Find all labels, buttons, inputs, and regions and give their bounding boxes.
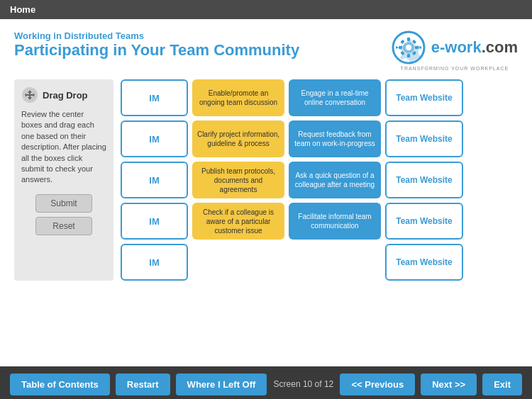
blue-box-3[interactable]: Ask a quick question of a colleague afte…	[289, 162, 381, 198]
toc-button[interactable]: Table of Contents	[10, 373, 110, 395]
subtitle: Working in Distributed Teams	[14, 30, 299, 41]
team-website-box-4[interactable]: Team Website	[385, 203, 463, 240]
drag-drop-icon	[21, 86, 38, 103]
svg-rect-5	[399, 46, 402, 49]
top-bar: Home	[0, 0, 532, 19]
svg-rect-3	[407, 38, 410, 41]
exit-button[interactable]: Exit	[482, 373, 522, 395]
gear-icon	[392, 30, 426, 64]
restart-button[interactable]: Restart	[116, 373, 170, 395]
drag-grid: IM IM IM IM IM Enable/promote an ongoing…	[121, 79, 518, 281]
home-label: Home	[10, 4, 35, 15]
svg-rect-6	[415, 46, 419, 49]
bottom-nav-bar: Table of Contents Restart Where I Left O…	[0, 366, 532, 399]
logo-tagline: Transforming Your Workplace	[401, 66, 509, 71]
logo-area: e-work.com Transforming Your Workplace	[392, 30, 518, 71]
reset-button[interactable]: Reset	[35, 217, 92, 235]
im-box-1[interactable]: IM	[121, 79, 188, 116]
im-box-4[interactable]: IM	[121, 203, 188, 240]
im-box-5[interactable]: IM	[121, 244, 188, 281]
blue-box-1[interactable]: Engage in a real-time online conversatio…	[289, 79, 381, 116]
svg-point-2	[406, 45, 411, 50]
main-content: Working in Distributed Teams Participati…	[0, 19, 532, 366]
drag-drop-header: Drag Drop	[21, 86, 106, 103]
team-website-box-2[interactable]: Team Website	[385, 120, 463, 157]
body-layout: Drag Drop Review the center boxes and dr…	[14, 79, 518, 281]
svg-rect-7	[400, 40, 404, 44]
team-website-box-1[interactable]: Team Website	[385, 79, 463, 116]
main-title: Participating in Your Team Community	[14, 41, 299, 60]
submit-button[interactable]: Submit	[35, 194, 92, 213]
yellow-column: Enable/promote an ongoing team discussio…	[192, 79, 284, 281]
previous-button[interactable]: << Previous	[340, 373, 415, 395]
yellow-box-4[interactable]: Check if a colleague is aware of a parti…	[192, 203, 284, 240]
yellow-box-3[interactable]: Publish team protocols, documents and ag…	[192, 162, 284, 198]
yellow-box-1[interactable]: Enable/promote an ongoing team discussio…	[192, 79, 284, 116]
yellow-box-2[interactable]: Clarify project information, guideline &…	[192, 120, 284, 157]
instructions-panel: Drag Drop Review the center boxes and dr…	[14, 79, 113, 281]
instructions-text: Review the center boxes and drag each on…	[21, 109, 106, 186]
im-box-3[interactable]: IM	[121, 162, 188, 198]
screen-indicator: Screen 10 of 12	[272, 379, 334, 389]
drag-drop-title: Drag Drop	[43, 90, 88, 101]
blue-box-4[interactable]: Facilitate informal team communication	[289, 203, 381, 240]
im-column: IM IM IM IM IM	[121, 79, 188, 281]
im-box-2[interactable]: IM	[121, 120, 188, 157]
header-section: Working in Distributed Teams Participati…	[14, 30, 518, 71]
blue-column: Engage in a real-time online conversatio…	[289, 79, 381, 281]
team-website-column: Team Website Team Website Team Website T…	[385, 79, 463, 281]
title-area: Working in Distributed Teams Participati…	[14, 30, 299, 60]
logo-text: e-work.com	[431, 38, 518, 57]
logo-container: e-work.com	[392, 30, 518, 64]
svg-rect-4	[407, 54, 410, 57]
blue-box-2[interactable]: Request feedback from team on work-in-pr…	[289, 120, 381, 157]
where-left-off-button[interactable]: Where I Left Off	[176, 373, 267, 395]
team-website-box-5[interactable]: Team Website	[385, 244, 463, 281]
next-button[interactable]: Next >>	[421, 373, 477, 395]
team-website-box-3[interactable]: Team Website	[385, 162, 463, 198]
